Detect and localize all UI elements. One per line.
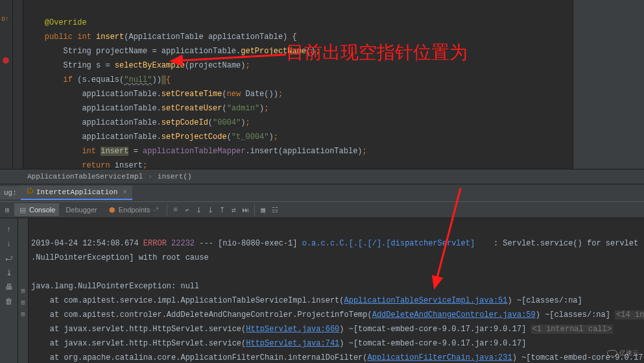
cloud-icon <box>607 350 617 357</box>
tool-icon-4[interactable]: ⤓ <box>206 205 215 214</box>
stacktrace-link-5[interactable]: ApplicationFilterChain.java:231 <box>367 353 512 362</box>
tool-icon-8[interactable]: ▦ <box>259 205 268 214</box>
stacktrace-link-1[interactable]: ApplicationTableServiceImpl.java:51 <box>344 296 507 305</box>
fold-icon-2[interactable]: ⊞ <box>18 299 28 307</box>
debug-toolbar: ⊞ ▤Console Debugger ⬢Endpoints-* ≡ ↶ ⤓ ⤓… <box>0 201 644 218</box>
run-tab-bar: ug: IntertetApplication × <box>0 184 644 201</box>
console-icon: ▤ <box>18 205 27 214</box>
tool-icon-9[interactable]: ☷ <box>270 205 280 214</box>
tool-icon-5[interactable]: ⤒ <box>218 205 227 214</box>
override-gutter-icon[interactable]: o↑ <box>1 16 9 23</box>
endpoints-tab[interactable]: ⬢Endpoints-* <box>104 203 163 216</box>
editor-error-stripe[interactable] <box>573 0 644 169</box>
console-controls: ↑ ↓ ⮐ ⤓ 🖶 🗑 <box>0 218 18 363</box>
tool-icon-7[interactable]: ⏭ <box>241 205 250 214</box>
breadcrumb-class[interactable]: ApplicationTableServiceImpl <box>27 173 143 181</box>
endpoints-icon: ⬢ <box>108 205 117 214</box>
stacktrace-link-3[interactable]: HttpServlet.java:660 <box>246 325 339 334</box>
print-icon[interactable]: 🖶 <box>4 282 14 292</box>
stacktrace-link-2[interactable]: AddDeleteAndChangeControler.java:59 <box>372 310 536 319</box>
close-tab-icon[interactable]: × <box>123 188 127 196</box>
console-gutter: ⊞ ⊞ ⊞ <box>18 218 29 363</box>
debug-tool-label[interactable]: ug: <box>0 186 21 199</box>
breadcrumb-method[interactable]: insert() <box>158 173 192 181</box>
soft-wrap-icon[interactable]: ⮐ <box>4 253 14 264</box>
breakpoint-marker[interactable] <box>3 57 9 64</box>
expand-icon[interactable]: ⊞ <box>3 205 12 214</box>
tool-icon-2[interactable]: ↶ <box>183 205 192 214</box>
run-config-name: IntertetApplication <box>36 188 117 196</box>
console-tab[interactable]: ▤Console <box>14 203 59 216</box>
editor-gutter-fold <box>13 0 23 169</box>
debug-icon <box>26 188 34 196</box>
fold-icon-3[interactable]: ⊞ <box>18 310 28 318</box>
scroll-down-icon[interactable]: ↓ <box>4 239 14 249</box>
fold-icon[interactable]: ⊞ <box>18 287 28 295</box>
clear-icon[interactable]: 🗑 <box>4 296 14 307</box>
scroll-up-icon[interactable]: ↑ <box>4 225 14 235</box>
fold-region-2[interactable]: <1 internal call> <box>531 325 613 334</box>
run-config-tab[interactable]: IntertetApplication × <box>21 186 132 200</box>
debugger-tab[interactable]: Debugger <box>62 204 101 216</box>
stacktrace-link-4[interactable]: HttpServlet.java:741 <box>246 339 339 348</box>
annotation-override: @Override <box>45 18 87 27</box>
tool-icon-6[interactable]: ⇄ <box>230 205 239 214</box>
code-editor[interactable]: o↑ @Override public int insert(Applicati… <box>0 0 644 169</box>
code-content[interactable]: @Override public int insert(ApplicationT… <box>23 0 573 169</box>
console-output[interactable]: 2019-04-24 12:54:08.674 ERROR 22232 --- … <box>29 218 644 363</box>
console-panel: ↑ ↓ ⮐ ⤓ 🖶 🗑 ⊞ ⊞ ⊞ 2019-04-24 12:54:08.67… <box>0 218 644 363</box>
tool-icon-3[interactable]: ⤓ <box>195 205 204 214</box>
scroll-end-icon[interactable]: ⤓ <box>4 268 14 278</box>
editor-gutter: o↑ <box>0 0 13 169</box>
watermark: 亿速云 <box>607 349 639 358</box>
tool-icon-1[interactable]: ≡ <box>171 205 180 214</box>
breadcrumb[interactable]: ApplicationTableServiceImpl › insert() <box>0 169 644 184</box>
breadcrumb-separator: › <box>148 173 152 181</box>
fold-region-1[interactable]: <14 interna <box>615 310 644 319</box>
